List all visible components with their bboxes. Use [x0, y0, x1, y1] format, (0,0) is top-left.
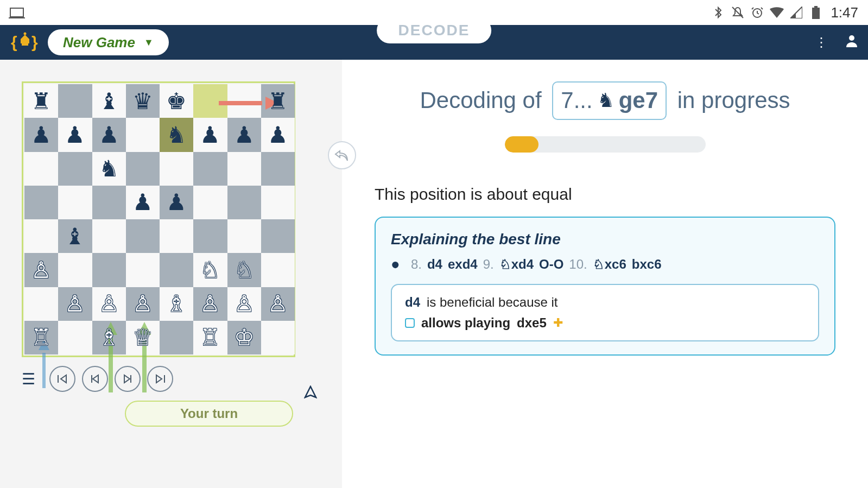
board-square[interactable] [261, 152, 295, 186]
chess-piece[interactable]: ♟ [200, 122, 220, 148]
nav-last-button[interactable] [147, 366, 173, 392]
board-square[interactable] [227, 186, 261, 219]
move-notation[interactable]: ♘xc6 [593, 257, 626, 272]
chess-piece[interactable]: ♜ [31, 88, 52, 115]
chess-piece[interactable]: ♟ [99, 122, 119, 148]
chess-piece[interactable]: ♕ [132, 324, 153, 351]
board-square[interactable]: ♝ [58, 219, 92, 253]
board-square[interactable] [126, 253, 160, 287]
board-square[interactable] [92, 253, 126, 287]
board-square[interactable]: ♗ [92, 321, 126, 354]
board-square[interactable]: ♟ [24, 118, 58, 151]
board-square[interactable]: ♞ [92, 152, 126, 186]
chess-piece[interactable]: ♛ [132, 88, 153, 115]
board-square[interactable] [261, 253, 295, 287]
chess-piece[interactable]: ♟ [31, 122, 52, 148]
chess-piece[interactable]: ♙ [200, 290, 220, 317]
plus-icon[interactable]: ✚ [553, 316, 563, 330]
board-square[interactable]: ♜ [24, 84, 58, 118]
board-square[interactable] [160, 321, 193, 354]
board-square[interactable]: ♘ [193, 253, 227, 287]
board-square[interactable] [160, 253, 193, 287]
chess-piece[interactable]: ♙ [31, 257, 52, 283]
chess-piece[interactable]: ♘ [200, 257, 220, 283]
board-square[interactable] [24, 287, 58, 321]
board-square[interactable]: ♙ [24, 253, 58, 287]
board-square[interactable] [193, 152, 227, 186]
board-square[interactable] [160, 219, 193, 253]
board-square[interactable] [92, 219, 126, 253]
board-square[interactable] [24, 186, 58, 219]
board-square[interactable]: ♞ [160, 118, 193, 151]
chess-piece[interactable]: ♟ [166, 189, 187, 216]
chess-piece[interactable]: ♟ [65, 122, 85, 148]
board-square[interactable]: ♙ [92, 287, 126, 321]
board-square[interactable] [126, 118, 160, 151]
chess-piece[interactable]: ♖ [31, 324, 52, 351]
chess-piece[interactable]: ♘ [234, 257, 255, 283]
chess-piece[interactable]: ♙ [234, 290, 255, 317]
board-square[interactable] [92, 186, 126, 219]
move-notation[interactable]: ♘xd4 [499, 257, 534, 272]
board-square[interactable] [160, 152, 193, 186]
chess-piece[interactable]: ♚ [166, 88, 187, 115]
chess-piece[interactable]: ♟ [234, 122, 255, 148]
chess-piece[interactable]: ♟ [132, 189, 153, 216]
chess-piece[interactable]: ♙ [132, 290, 153, 317]
board-square[interactable] [58, 253, 92, 287]
board-square[interactable]: ♟ [261, 118, 295, 151]
chess-piece[interactable]: ♞ [99, 155, 119, 182]
chess-piece[interactable]: ♗ [99, 324, 119, 351]
user-icon[interactable] [844, 33, 859, 52]
board-square[interactable] [227, 84, 261, 118]
move-notation[interactable]: O-O [539, 257, 563, 272]
board-square[interactable]: ♗ [160, 287, 193, 321]
decode-tab[interactable]: DECODE [377, 17, 492, 43]
new-game-button[interactable]: New Game ▼ [48, 29, 169, 55]
move-notation[interactable]: d4 [427, 257, 442, 272]
chess-piece[interactable]: ♝ [99, 88, 119, 115]
board-square[interactable]: ♛ [126, 84, 160, 118]
nav-next-button[interactable] [115, 366, 141, 392]
board-square[interactable] [58, 321, 92, 354]
board-square[interactable]: ♟ [126, 186, 160, 219]
board-square[interactable]: ♖ [24, 321, 58, 354]
chess-board[interactable]: ♜♝♛♚♜♟♟♟♞♟♟♟♞♟♟♝♙♘♘♙♙♙♗♙♙♙♖♗♕♖♔ [22, 81, 295, 357]
board-square[interactable]: ♟ [58, 118, 92, 151]
board-square[interactable] [58, 186, 92, 219]
chess-piece[interactable]: ♞ [166, 122, 187, 148]
board-square[interactable] [261, 321, 295, 354]
board-square[interactable] [126, 152, 160, 186]
board-square[interactable] [193, 219, 227, 253]
checkbox-icon[interactable] [405, 318, 415, 328]
board-square[interactable] [193, 186, 227, 219]
board-square[interactable]: ♜ [261, 84, 295, 118]
board-square[interactable] [126, 219, 160, 253]
chess-piece[interactable]: ♙ [99, 290, 119, 317]
board-square[interactable] [227, 219, 261, 253]
board-square[interactable] [58, 84, 92, 118]
board-square[interactable] [227, 152, 261, 186]
board-square[interactable]: ♙ [227, 287, 261, 321]
board-square[interactable] [24, 152, 58, 186]
board-square[interactable]: ♙ [126, 287, 160, 321]
nav-prev-button[interactable] [82, 366, 108, 392]
move-notation[interactable]: bxc6 [632, 257, 662, 272]
board-square[interactable]: ♙ [261, 287, 295, 321]
board-square[interactable]: ♔ [227, 321, 261, 354]
chess-piece[interactable]: ♙ [268, 290, 288, 317]
board-square[interactable] [261, 186, 295, 219]
more-vert-icon[interactable]: ⋮ [815, 35, 828, 50]
board-square[interactable] [58, 152, 92, 186]
board-square[interactable]: ♕ [126, 321, 160, 354]
nav-first-button[interactable] [49, 366, 75, 392]
board-square[interactable] [193, 84, 227, 118]
chess-piece[interactable]: ♔ [234, 324, 255, 351]
board-square[interactable]: ♟ [160, 186, 193, 219]
chess-piece[interactable]: ♜ [268, 88, 288, 115]
menu-icon[interactable]: ☰ [22, 370, 35, 388]
chess-piece[interactable]: ♗ [166, 290, 187, 317]
board-square[interactable]: ♟ [193, 118, 227, 151]
board-square[interactable]: ♘ [227, 253, 261, 287]
board-square[interactable]: ♚ [160, 84, 193, 118]
